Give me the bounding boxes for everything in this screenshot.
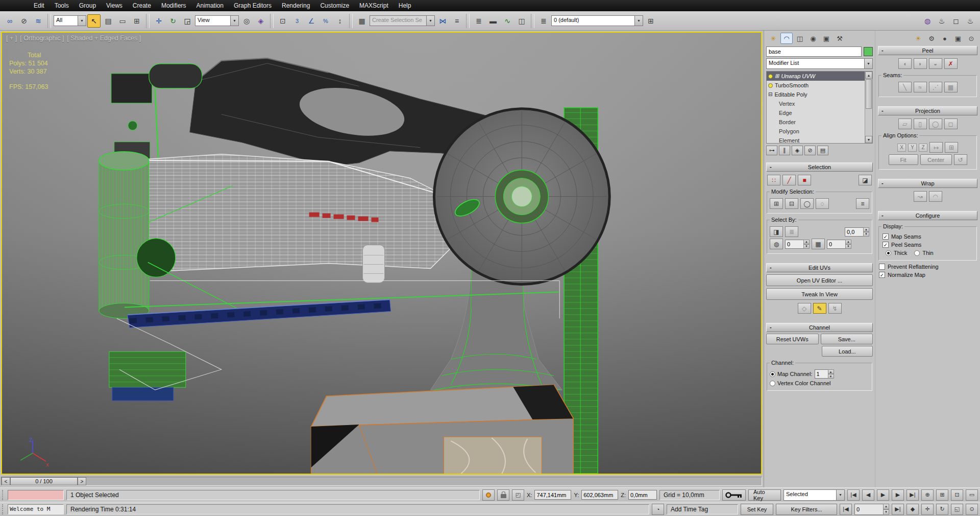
edit-named-selection-sets-icon[interactable]: ▦ — [355, 14, 369, 28]
named-selection-dropdown[interactable]: Create Selection Se ▼ — [370, 15, 435, 26]
time-slider-track[interactable]: < 0 / 100 > — [1, 477, 762, 486]
keyboard-shortcut-override-icon[interactable]: ⊡ — [276, 14, 289, 28]
select-by-planar-angle-icon[interactable]: ◨ — [770, 226, 783, 237]
orbit-icon[interactable]: ↻ — [936, 504, 948, 515]
spinner-snap-icon[interactable]: ↕ — [333, 14, 347, 28]
percent-snap-icon[interactable]: % — [319, 14, 332, 28]
spin-up-icon[interactable]: ▲ — [883, 504, 889, 509]
align-z-button[interactable]: Z — [919, 144, 927, 152]
stack-item-edge[interactable]: Edge — [767, 108, 865, 118]
select-object-icon[interactable]: ↖ — [87, 14, 101, 28]
select-by-name-icon[interactable]: ▤ — [102, 14, 115, 28]
selection-filter-dropdown[interactable]: All ▼ — [54, 15, 86, 26]
spin-down-icon[interactable]: ▼ — [828, 374, 834, 379]
viewport-menu-general[interactable]: [ + ] — [6, 35, 17, 42]
menu-item-edit[interactable]: Edit — [29, 1, 50, 11]
projection-rollout-header[interactable]: - Projection — [878, 106, 977, 115]
configure-modifier-sets-icon[interactable]: ▤ — [817, 146, 828, 155]
menu-item-views[interactable]: Views — [101, 1, 128, 11]
pin-stack-icon[interactable]: ⊶ — [766, 146, 777, 155]
vertex-color-channel-radio[interactable] — [770, 381, 775, 386]
viewport-menu-pov[interactable]: [ Orthographic ] — [20, 35, 64, 42]
angle-snap-icon[interactable]: ∠ — [305, 14, 318, 28]
peel-mode-icon[interactable]: ◗ — [914, 58, 927, 69]
reset-peel-icon[interactable]: ✗ — [944, 58, 958, 69]
layer-manager-icon[interactable]: ≣ — [472, 14, 485, 28]
object-name-input[interactable] — [766, 46, 862, 57]
current-frame-input[interactable] — [854, 504, 883, 515]
create-new-layer-icon[interactable]: ⊞ — [644, 14, 657, 28]
convert-edge-to-seam-icon[interactable]: ⋰ — [929, 82, 942, 92]
align-x-button[interactable]: X — [897, 144, 906, 152]
viewport[interactable]: [ + ] [ Orthographic ] [ Shaded + Edged … — [1, 32, 762, 475]
zoom-icon[interactable]: ⊕ — [921, 489, 934, 501]
z-coordinate-input[interactable] — [628, 490, 657, 500]
center-button[interactable]: Center — [920, 154, 952, 165]
menu-item-tools[interactable]: Tools — [50, 1, 74, 11]
spin-down-icon[interactable]: ▼ — [883, 509, 889, 515]
expand-icon[interactable]: ⊞ — [775, 74, 779, 79]
material-id-input[interactable] — [827, 240, 845, 249]
align-to-view-icon[interactable]: ↦ — [929, 142, 943, 153]
key-filters-button[interactable]: Key Filters... — [776, 504, 837, 515]
go-to-start-button[interactable]: |◀ — [847, 489, 860, 501]
peel-rollout-header[interactable]: - Peel — [878, 46, 977, 55]
reset-uvws-button[interactable]: Reset UVWs — [766, 334, 819, 344]
stack-item-turbosmooth[interactable]: TurboSmooth — [767, 81, 865, 90]
smoothing-group-input[interactable] — [785, 240, 803, 249]
zoom-region-icon[interactable]: ▭ — [966, 489, 978, 501]
menu-item-maxscript[interactable]: MAXScript — [354, 1, 394, 11]
maxscript-mini-listener[interactable]: Welcome to M — [8, 504, 64, 514]
sun-icon[interactable]: ☀ — [912, 33, 924, 44]
loop-selection-icon[interactable]: ◌ — [816, 198, 829, 209]
planar-map-icon[interactable]: ▱ — [898, 119, 912, 129]
schematic-view-icon[interactable]: ◫ — [515, 14, 528, 28]
pan-icon[interactable]: ✛ — [921, 504, 934, 515]
point-to-point-seam-icon[interactable]: ≈ — [914, 82, 927, 92]
reset-align-icon[interactable]: ↺ — [954, 154, 967, 165]
modifier-list-dropdown[interactable]: Modifier List ▼ — [766, 58, 873, 69]
object-color-swatch[interactable] — [864, 47, 873, 56]
cylindrical-map-icon[interactable]: ▯ — [914, 119, 927, 129]
align-y-button[interactable]: Y — [908, 144, 917, 152]
configure-rollout-header[interactable]: - Configure — [878, 211, 977, 220]
map-channel-input[interactable] — [815, 369, 828, 379]
time-tag-icon[interactable]: ◔ — [652, 504, 664, 515]
spline-map-icon[interactable]: ↝ — [914, 191, 927, 202]
planar-angle-input[interactable] — [845, 227, 863, 237]
field-of-view-icon[interactable]: ⊙ — [966, 504, 978, 515]
modifier-visibility-bulb-icon[interactable] — [768, 74, 773, 79]
render-setup-icon[interactable]: ♨ — [935, 14, 948, 28]
ring-selection-icon[interactable]: ◯ — [800, 198, 814, 209]
tab-hierarchy[interactable]: ◫ — [794, 33, 806, 44]
menu-item-rendering[interactable]: Rendering — [277, 1, 315, 11]
use-pivot-point-center-icon[interactable]: ◎ — [240, 14, 253, 28]
next-key-button[interactable]: ▶| — [892, 504, 904, 515]
wrap-rollout-header[interactable]: - Wrap — [878, 179, 977, 188]
menu-item-create[interactable]: Create — [128, 1, 156, 11]
uv-options-icon[interactable]: ↯ — [828, 303, 842, 314]
box-map-icon[interactable]: ◻ — [944, 119, 958, 129]
spin-up-icon[interactable]: ▲ — [803, 240, 810, 244]
select-by-normal-icon[interactable]: ≣ — [785, 226, 798, 237]
show-end-result-icon[interactable]: ∥ — [779, 146, 790, 155]
peel-seams-checkbox[interactable]: ✓ Peel Seams — [883, 242, 973, 248]
select-and-link-icon[interactable]: ∞ — [3, 14, 16, 28]
time-step-back-button[interactable]: < — [2, 477, 10, 485]
selection-lock-icon[interactable] — [497, 489, 509, 501]
save-uvws-button[interactable]: Save... — [821, 334, 873, 344]
curve-editor-icon[interactable]: ∿ — [501, 14, 514, 28]
menu-item-animation[interactable]: Animation — [191, 1, 229, 11]
tab-modify[interactable]: ◠ — [780, 33, 793, 44]
stack-item-element[interactable]: Element — [767, 136, 865, 143]
auto-key-button[interactable]: Auto Key — [748, 489, 781, 501]
unlink-selection-icon[interactable]: ⊘ — [17, 14, 31, 28]
edit-seams-icon[interactable]: ╲ — [898, 82, 912, 92]
tab-motion[interactable]: ◉ — [807, 33, 819, 44]
select-and-manipulate-icon[interactable]: ◈ — [254, 14, 267, 28]
uv-move-icon[interactable]: ◇ — [798, 303, 811, 314]
scrollbar-thumb[interactable] — [866, 79, 872, 109]
selection-rollout-header[interactable]: - Selection — [766, 162, 873, 172]
window-crossing-icon[interactable]: ⊞ — [130, 14, 143, 28]
previous-frame-button[interactable]: ◀ — [862, 489, 874, 501]
